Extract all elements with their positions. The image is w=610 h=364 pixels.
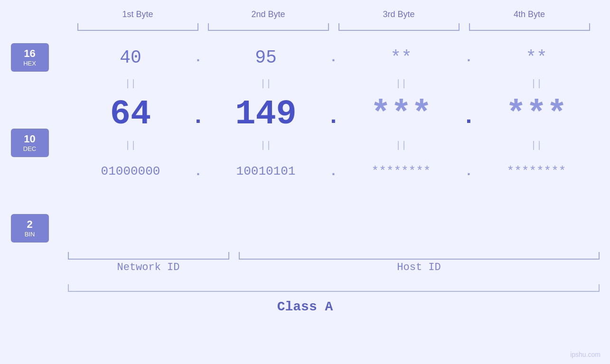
sep-row-2: || || || || xyxy=(68,138,600,152)
sep2-1: || xyxy=(68,140,194,151)
bin-byte1: 01000000 xyxy=(101,164,160,178)
dec-dot1: . xyxy=(194,104,203,130)
bin-byte3: ******** xyxy=(372,164,431,178)
watermark: ipshu.com xyxy=(570,351,601,358)
bin-badge: 2 BIN xyxy=(11,214,49,243)
class-bracket xyxy=(11,284,600,294)
hex-byte4: ** xyxy=(526,47,547,68)
host-id-label: Host ID xyxy=(239,261,600,273)
bin-byte2: 10010101 xyxy=(236,164,296,178)
dec-byte1: 64 xyxy=(110,95,151,134)
bin-byte2-cell: 10010101 xyxy=(203,164,329,178)
hex-byte2: 95 xyxy=(255,47,277,68)
bytes-grid: 40 . 95 . ** . ** || || xyxy=(68,38,600,247)
hex-byte3: ** xyxy=(390,47,412,68)
hex-badge-base: HEX xyxy=(23,60,36,67)
class-label: Class A xyxy=(11,299,600,314)
sep1-2: || xyxy=(203,78,329,89)
hex-byte1: 40 xyxy=(120,47,141,68)
bin-dot3: . xyxy=(464,164,474,179)
byte1-header: 1st Byte xyxy=(73,9,203,19)
hex-dot2: . xyxy=(329,50,338,65)
dec-badge: 10 DEC xyxy=(11,129,49,157)
id-labels: Network ID Host ID xyxy=(11,261,600,282)
hex-badge-num: 16 xyxy=(24,48,35,59)
hex-badge: 16 HEX xyxy=(11,43,49,72)
bin-dot1: . xyxy=(194,164,203,179)
sep2-4: || xyxy=(474,140,600,151)
top-brackets xyxy=(73,23,595,31)
dec-badge-base: DEC xyxy=(23,145,36,152)
dec-byte3: *** xyxy=(370,95,432,134)
network-bracket xyxy=(68,252,229,260)
sep2-2: || xyxy=(203,140,329,151)
bin-byte4: ******** xyxy=(507,164,566,178)
byte3-header: 3rd Byte xyxy=(334,9,464,19)
dec-dot2: . xyxy=(329,104,338,130)
hex-dot1: . xyxy=(194,50,203,65)
bracket-4 xyxy=(469,23,590,31)
bracket-3 xyxy=(338,23,460,31)
sep1-3: || xyxy=(338,78,464,89)
dec-byte1-cell: 64 xyxy=(68,95,194,134)
bin-byte4-cell: ******** xyxy=(474,164,600,178)
dec-dot3: . xyxy=(464,104,474,130)
bin-dot2: . xyxy=(329,164,338,179)
dec-byte3-cell: *** xyxy=(338,95,464,134)
hex-byte3-cell: ** xyxy=(338,47,464,68)
sep-row-1: || || || || xyxy=(68,76,600,91)
hex-row: 40 . 95 . ** . ** xyxy=(68,38,600,76)
host-bracket xyxy=(239,252,600,260)
dec-byte2-cell: 149 xyxy=(203,95,329,134)
dec-badge-num: 10 xyxy=(24,133,35,145)
large-bracket xyxy=(68,284,600,292)
main-container: 1st Byte 2nd Byte 3rd Byte 4th Byte 16 H… xyxy=(0,0,610,364)
dec-byte2: 149 xyxy=(235,95,297,134)
bin-byte1-cell: 01000000 xyxy=(68,164,194,178)
network-id-label: Network ID xyxy=(68,261,229,273)
sep1-1: || xyxy=(68,78,194,89)
bin-row: 01000000 . 10010101 . ******** . *******… xyxy=(68,152,600,190)
content-area: 16 HEX 10 DEC 2 BIN 40 . xyxy=(11,38,600,247)
bin-byte3-cell: ******** xyxy=(338,164,464,178)
hex-byte4-cell: ** xyxy=(474,47,600,68)
dec-row: 64 . 149 . *** . *** xyxy=(68,91,600,138)
bin-badge-base: BIN xyxy=(25,231,35,238)
hex-byte1-cell: 40 xyxy=(68,47,194,68)
dec-byte4-cell: *** xyxy=(474,95,600,134)
bracket-2 xyxy=(208,23,329,31)
bottom-area: Network ID Host ID Class A xyxy=(11,252,600,314)
id-brackets xyxy=(11,252,600,261)
byte2-header: 2nd Byte xyxy=(203,9,334,19)
sep1-4: || xyxy=(474,78,600,89)
labels-column: 16 HEX 10 DEC 2 BIN xyxy=(11,38,68,247)
bin-badge-num: 2 xyxy=(27,219,32,230)
bracket-1 xyxy=(77,23,198,31)
byte4-header: 4th Byte xyxy=(464,9,595,19)
hex-byte2-cell: 95 xyxy=(203,47,329,68)
byte-headers: 1st Byte 2nd Byte 3rd Byte 4th Byte xyxy=(73,9,595,19)
sep2-3: || xyxy=(338,140,464,151)
hex-dot3: . xyxy=(464,50,474,65)
dec-byte4: *** xyxy=(506,95,567,134)
